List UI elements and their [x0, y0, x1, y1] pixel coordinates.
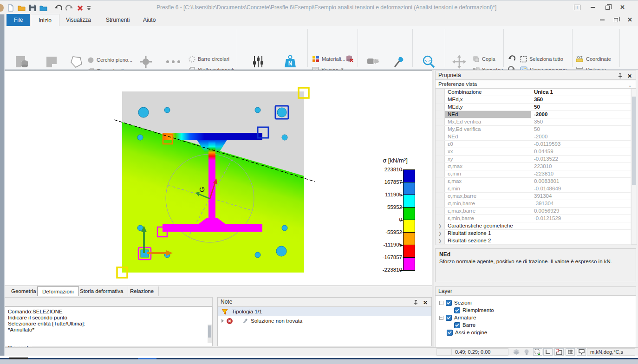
property-row[interactable]: NEd-2000	[436, 133, 631, 141]
open-folder-icon[interactable]	[18, 4, 26, 12]
layers-icon[interactable]	[512, 348, 521, 356]
rebar[interactable]	[255, 107, 260, 113]
tab-inizio[interactable]: Inizio	[31, 14, 59, 26]
layer-item-riempimento[interactable]: Riempimento	[436, 306, 636, 314]
property-row[interactable]: MEd,y50	[436, 104, 631, 111]
ortho-axes-icon[interactable]	[543, 348, 553, 356]
property-row[interactable]: ε,min,barre-0.0121529	[436, 215, 631, 222]
new-file-icon[interactable]	[7, 4, 14, 12]
tab-strumenti[interactable]: Strumenti	[98, 14, 137, 26]
coordinate-button[interactable]: XYZ Coordinate	[576, 55, 611, 63]
note-message-row[interactable]: ✕ Soluzione non trovata	[218, 316, 431, 325]
collapse-icon[interactable]	[439, 316, 443, 320]
save-icon[interactable]	[29, 4, 36, 12]
move-icon	[448, 54, 471, 70]
snap-rectangle-icon[interactable]	[554, 348, 564, 356]
layer-item-barre[interactable]: Barre	[436, 321, 636, 329]
property-row[interactable]: CombinazioneUnica 1	[436, 89, 631, 96]
collapse-icon[interactable]	[439, 301, 443, 305]
rebar[interactable]	[276, 246, 286, 256]
note-filter-row[interactable]: Tipologia 1/1	[218, 307, 431, 316]
quick-access-toolbar	[0, 3, 91, 13]
rebar[interactable]	[282, 225, 287, 231]
undo-icon[interactable]	[54, 5, 62, 12]
ibeam-top-flange[interactable]	[163, 133, 262, 140]
tab-relazione[interactable]: Relazione	[125, 286, 159, 296]
drawing-canvas[interactable]: G	[5, 70, 432, 286]
tab-deformazioni[interactable]: Deformazioni	[37, 286, 79, 296]
checkbox-checked[interactable]	[447, 330, 453, 336]
property-row[interactable]: ε0-0.0119593	[436, 141, 631, 148]
expand-icon[interactable]	[221, 319, 224, 323]
property-row-selected[interactable]: NEd-2000	[436, 111, 631, 118]
checkbox-checked[interactable]	[446, 300, 452, 306]
checkbox-checked[interactable]	[446, 315, 452, 321]
properties-scrollbar[interactable]	[631, 89, 637, 245]
property-row[interactable]: ε,max0.0083801	[436, 178, 631, 185]
tab-file[interactable]: File	[7, 14, 30, 26]
rebar-selected[interactable]	[277, 108, 286, 117]
console-scrollbar[interactable]	[208, 325, 212, 343]
property-row[interactable]: Mx,Ed verifica350	[436, 118, 631, 126]
checkbox-checked[interactable]	[454, 307, 460, 313]
properties-view-selector[interactable]: Preferenze vista⌄	[435, 80, 636, 89]
property-row[interactable]: σ,max,barre391304	[436, 193, 631, 200]
rebar[interactable]	[137, 135, 143, 140]
materiali-button[interactable]: Materiali...	[312, 55, 345, 63]
barre-circolari-button[interactable]: Barre circolari	[189, 55, 229, 63]
rebar[interactable]	[138, 107, 149, 117]
property-row[interactable]: σ,min-223810	[436, 170, 631, 178]
child-close-button[interactable]: ✕	[627, 18, 632, 22]
tab-aiuto[interactable]: Aiuto	[136, 14, 163, 26]
minimize-button[interactable]	[591, 7, 595, 8]
child-restore-button[interactable]	[614, 18, 618, 22]
tab-visualizza[interactable]: Visualizza	[59, 14, 98, 26]
property-row[interactable]: ε,max,barre0.0056929	[436, 208, 631, 215]
status-units: m,kN,deg,°C,s	[587, 348, 635, 356]
copia-button[interactable]: Copia	[473, 55, 495, 63]
blue-folder-icon[interactable]	[39, 4, 47, 12]
tab-geometria[interactable]: Geometria	[7, 286, 41, 296]
close-panel-icon[interactable]: ✕	[423, 299, 428, 307]
layer-item-sezioni[interactable]: Sezioni	[436, 299, 636, 306]
command-console[interactable]: Comando:SELEZIONE Indicare il secondo pu…	[5, 306, 213, 346]
property-row[interactable]: xy-0.013522	[436, 156, 631, 163]
child-minimize-button[interactable]	[600, 20, 605, 20]
title-bar: Presfle 6 - [C:\Users\biz\Documents\Conc…	[0, 0, 638, 14]
rebar[interactable]	[282, 135, 287, 140]
seleziona-tutto-button[interactable]: Seleziona tutto	[520, 55, 563, 63]
add-selection-icon[interactable]	[533, 348, 542, 356]
property-group-row[interactable]: ❯Risultati sezione 1	[436, 230, 631, 237]
rebar[interactable]	[164, 107, 170, 113]
property-row[interactable]: σ,max223810	[436, 163, 631, 170]
close-button[interactable]: ✕	[620, 5, 625, 10]
grid-icon[interactable]	[566, 348, 575, 356]
lightbulb-icon[interactable]	[522, 348, 531, 356]
delete-icon[interactable]	[77, 5, 84, 12]
cerchio-pieno-button[interactable]: Cerchio pieno...	[87, 56, 132, 64]
property-row[interactable]: ε,min-0.0148649	[436, 185, 631, 193]
property-row[interactable]: My,Ed verifica50	[436, 126, 631, 133]
scrollbar-thumb[interactable]	[632, 97, 636, 185]
property-row[interactable]: xx0.04459	[436, 148, 631, 156]
restore-button[interactable]	[605, 6, 610, 10]
pin-icon[interactable]	[413, 299, 418, 308]
property-row[interactable]: σ,min,barre-391304	[436, 200, 631, 208]
layer-item-armature[interactable]: Armature	[436, 314, 636, 321]
properties-panel-header: Proprietà ✕	[435, 71, 636, 80]
layer-item-assi-e-origine[interactable]: Assi e origine	[436, 329, 636, 336]
qat-more-icon[interactable]	[87, 5, 91, 11]
checkbox-checked[interactable]	[454, 322, 460, 328]
property-group-row[interactable]: ❯Caratteristiche geometriche	[436, 222, 631, 230]
tab-storia-deformativa[interactable]: Storia deformativa	[75, 286, 128, 296]
undo-small-icon[interactable]	[508, 55, 515, 62]
database-delete-icon[interactable]	[345, 55, 354, 63]
property-row[interactable]: MEd,x350	[436, 96, 631, 104]
property-group-row[interactable]: ❯Risultati sezione 2	[436, 237, 631, 245]
close-panel-icon[interactable]: ✕	[627, 72, 632, 80]
ibeam-bottom-flange[interactable]	[163, 224, 262, 232]
ribbon-pin-button[interactable]: ↑	[574, 5, 580, 10]
tooltip-icon[interactable]	[577, 348, 586, 356]
rebar[interactable]	[255, 252, 260, 258]
redo-icon[interactable]	[65, 5, 73, 12]
